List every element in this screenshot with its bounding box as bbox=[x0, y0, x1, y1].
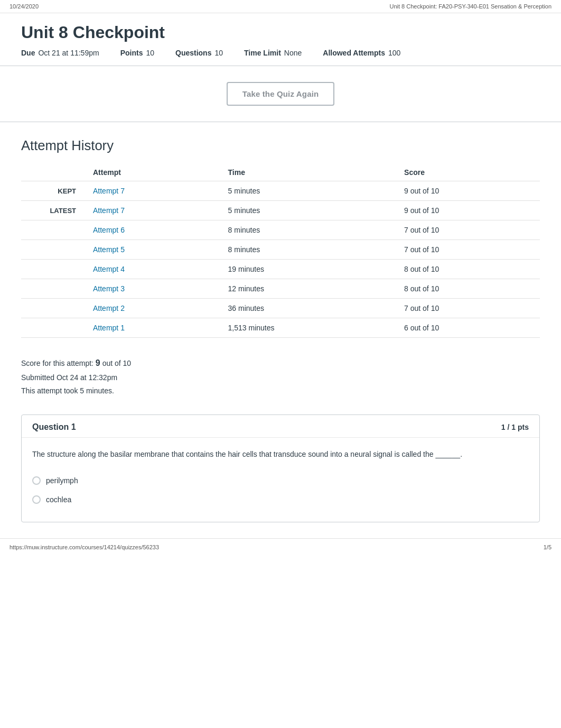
col-header-time: Time bbox=[220, 164, 396, 181]
points-label: Points bbox=[120, 49, 143, 57]
time-limit-meta: Time Limit None bbox=[244, 49, 302, 57]
points-value: 10 bbox=[146, 49, 154, 57]
attempt-time: 19 minutes bbox=[220, 260, 396, 279]
question-1-body: The structure along the basilar membrane… bbox=[22, 438, 539, 521]
attempt-label: LATEST bbox=[21, 201, 85, 220]
allowed-attempts-value: 100 bbox=[388, 49, 400, 57]
answer-option: perilymph bbox=[32, 471, 529, 490]
take-quiz-button[interactable]: Take the Quiz Again bbox=[227, 82, 335, 106]
table-row: KEPTAttempt 75 minutes9 out of 10 bbox=[21, 181, 540, 201]
table-row: Attempt 68 minutes7 out of 10 bbox=[21, 220, 540, 240]
bottom-page-count: 1/5 bbox=[544, 544, 551, 550]
attempt-link[interactable]: Attempt 1 bbox=[93, 324, 125, 332]
browser-date: 10/24/2020 bbox=[10, 3, 39, 10]
question-1-number: Question 1 bbox=[32, 422, 76, 432]
attempt-link[interactable]: Attempt 3 bbox=[93, 284, 125, 293]
answer-text: perilymph bbox=[46, 476, 78, 485]
answer-text: cochlea bbox=[46, 495, 71, 504]
bottom-bar: https://muw.instructure.com/courses/1421… bbox=[0, 538, 561, 556]
due-value: Oct 21 at 11:59pm bbox=[38, 49, 99, 57]
allowed-attempts-label: Allowed Attempts bbox=[323, 49, 385, 57]
attempt-link-cell[interactable]: Attempt 7 bbox=[85, 181, 220, 201]
question-1-section: Question 1 1 / 1 pts The structure along… bbox=[21, 414, 540, 522]
attempt-label bbox=[21, 279, 85, 299]
radio-icon bbox=[32, 495, 41, 504]
col-header-label bbox=[21, 164, 85, 181]
bottom-url: https://muw.instructure.com/courses/1421… bbox=[10, 544, 159, 550]
table-row: Attempt 58 minutes7 out of 10 bbox=[21, 240, 540, 260]
due-label: Due bbox=[21, 49, 35, 57]
attempt-score: 7 out of 10 bbox=[396, 220, 540, 240]
score-summary: Score for this attempt: 9 out of 10 Subm… bbox=[0, 343, 561, 406]
attempt-link[interactable]: Attempt 5 bbox=[93, 245, 125, 254]
browser-bar: 10/24/2020 Unit 8 Checkpoint: FA20-PSY-3… bbox=[0, 0, 561, 13]
attempt-score: 8 out of 10 bbox=[396, 279, 540, 299]
answer-options: perilymphcochlea bbox=[32, 471, 529, 509]
score-prefix: Score for this attempt: bbox=[21, 359, 96, 367]
attempt-label: KEPT bbox=[21, 181, 85, 201]
score-line3: This attempt took 5 minutes. bbox=[21, 384, 540, 398]
attempt-time: 1,513 minutes bbox=[220, 318, 396, 338]
table-row: Attempt 312 minutes8 out of 10 bbox=[21, 279, 540, 299]
quiz-action-section: Take the Quiz Again bbox=[0, 66, 561, 122]
attempt-link[interactable]: Attempt 2 bbox=[93, 304, 125, 312]
attempt-time: 5 minutes bbox=[220, 201, 396, 220]
attempt-score: 7 out of 10 bbox=[396, 240, 540, 260]
attempt-link[interactable]: Attempt 7 bbox=[93, 206, 125, 215]
attempt-time: 36 minutes bbox=[220, 299, 396, 318]
attempt-link[interactable]: Attempt 6 bbox=[93, 226, 125, 234]
attempt-link-cell[interactable]: Attempt 1 bbox=[85, 318, 220, 338]
attempt-score: 9 out of 10 bbox=[396, 201, 540, 220]
questions-label: Questions bbox=[175, 49, 211, 57]
question-1-points: 1 / 1 pts bbox=[501, 423, 529, 431]
table-row: Attempt 236 minutes7 out of 10 bbox=[21, 299, 540, 318]
attempt-link-cell[interactable]: Attempt 5 bbox=[85, 240, 220, 260]
answer-option: cochlea bbox=[32, 490, 529, 509]
due-meta: Due Oct 21 at 11:59pm bbox=[21, 49, 99, 57]
attempt-time: 5 minutes bbox=[220, 181, 396, 201]
table-row: Attempt 11,513 minutes6 out of 10 bbox=[21, 318, 540, 338]
questions-meta: Questions 10 bbox=[175, 49, 223, 57]
attempt-label bbox=[21, 318, 85, 338]
attempt-link-cell[interactable]: Attempt 4 bbox=[85, 260, 220, 279]
attempt-link-cell[interactable]: Attempt 6 bbox=[85, 220, 220, 240]
points-meta: Points 10 bbox=[120, 49, 154, 57]
table-row: Attempt 419 minutes8 out of 10 bbox=[21, 260, 540, 279]
attempt-link-cell[interactable]: Attempt 2 bbox=[85, 299, 220, 318]
table-row: LATESTAttempt 75 minutes9 out of 10 bbox=[21, 201, 540, 220]
radio-icon bbox=[32, 476, 41, 485]
attempt-score: 6 out of 10 bbox=[396, 318, 540, 338]
attempt-score: 8 out of 10 bbox=[396, 260, 540, 279]
attempt-link-cell[interactable]: Attempt 7 bbox=[85, 201, 220, 220]
col-header-score: Score bbox=[396, 164, 540, 181]
attempt-link[interactable]: Attempt 7 bbox=[93, 187, 125, 195]
score-line1: Score for this attempt: 9 out of 10 bbox=[21, 356, 540, 371]
question-1-header: Question 1 1 / 1 pts bbox=[22, 415, 539, 438]
attempt-label bbox=[21, 299, 85, 318]
allowed-attempts-meta: Allowed Attempts 100 bbox=[323, 49, 400, 57]
questions-value: 10 bbox=[214, 49, 223, 57]
time-limit-label: Time Limit bbox=[244, 49, 281, 57]
attempt-history-title: Attempt History bbox=[21, 138, 540, 153]
attempt-time: 8 minutes bbox=[220, 220, 396, 240]
attempt-link-cell[interactable]: Attempt 3 bbox=[85, 279, 220, 299]
browser-page-title: Unit 8 Checkpoint: FA20-PSY-340-E01 Sens… bbox=[389, 3, 551, 10]
page-header: Unit 8 Checkpoint Due Oct 21 at 11:59pm … bbox=[0, 13, 561, 66]
question-1-text: The structure along the basilar membrane… bbox=[32, 448, 529, 460]
attempt-score: 7 out of 10 bbox=[396, 299, 540, 318]
page-title: Unit 8 Checkpoint bbox=[21, 23, 540, 42]
attempt-time: 12 minutes bbox=[220, 279, 396, 299]
attempts-table: Attempt Time Score KEPTAttempt 75 minute… bbox=[21, 164, 540, 338]
score-suffix: out of 10 bbox=[100, 359, 131, 367]
attempt-time: 8 minutes bbox=[220, 240, 396, 260]
score-value: 9 bbox=[96, 358, 100, 367]
attempt-link[interactable]: Attempt 4 bbox=[93, 265, 125, 273]
attempt-label bbox=[21, 260, 85, 279]
meta-row: Due Oct 21 at 11:59pm Points 10 Question… bbox=[21, 49, 540, 57]
col-header-attempt: Attempt bbox=[85, 164, 220, 181]
attempt-label bbox=[21, 240, 85, 260]
attempt-history-section: Attempt History Attempt Time Score KEPTA… bbox=[0, 122, 561, 343]
score-line2: Submitted Oct 24 at 12:32pm bbox=[21, 371, 540, 384]
attempt-score: 9 out of 10 bbox=[396, 181, 540, 201]
attempt-label bbox=[21, 220, 85, 240]
